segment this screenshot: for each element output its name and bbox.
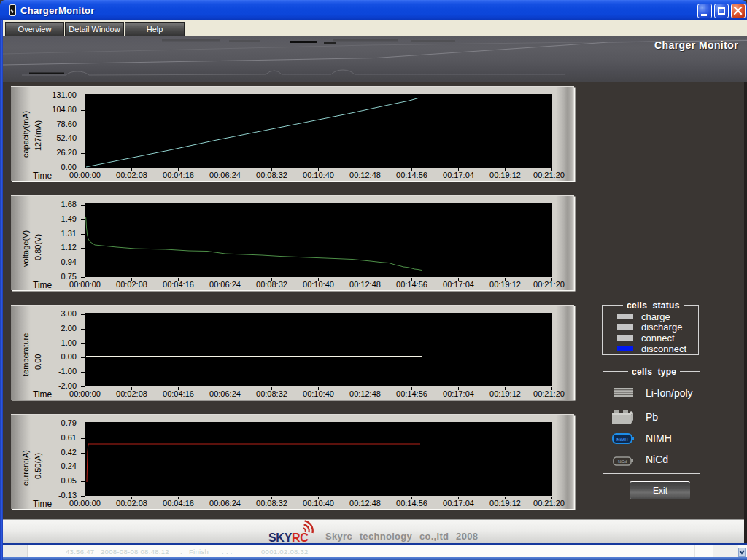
svg-text:NiMH: NiMH xyxy=(616,438,627,442)
svg-text:NiCd: NiCd xyxy=(618,459,627,464)
